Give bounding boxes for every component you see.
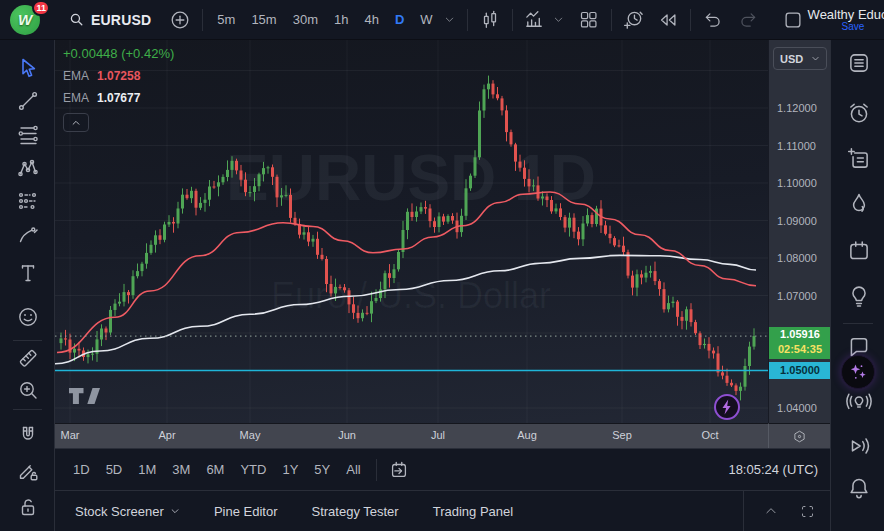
timeframe-dropdown-button[interactable]: [440, 5, 460, 35]
range-5y[interactable]: 5Y: [308, 458, 336, 481]
panel-maximize-button[interactable]: [794, 498, 820, 524]
ideas-button[interactable]: [844, 281, 874, 311]
currency-selector[interactable]: USD: [773, 47, 827, 70]
indicators-button[interactable]: [520, 5, 550, 35]
emoji-tool-button[interactable]: [13, 302, 43, 332]
range-1d[interactable]: 1D: [67, 458, 96, 481]
magnet-icon: [16, 423, 40, 447]
range-buttons: 1D5D1M3M6MYTD1Y5YAll: [65, 458, 369, 481]
svg-text:Euro / U.S. Dollar: Euro / U.S. Dollar: [271, 275, 551, 316]
gear-icon: [792, 429, 807, 444]
indicators-icon: [523, 8, 546, 31]
cursor-tool-button[interactable]: [13, 53, 43, 83]
timeframe-4h[interactable]: 4h: [357, 8, 385, 31]
watchlist-button[interactable]: [844, 48, 874, 78]
range-1y[interactable]: 1Y: [276, 458, 304, 481]
cursor-icon: [16, 56, 40, 80]
undo-button[interactable]: [698, 5, 728, 35]
flash-boost-button[interactable]: [712, 392, 742, 423]
range-1m[interactable]: 1M: [132, 458, 162, 481]
layout-grid-button[interactable]: [574, 5, 604, 35]
bell-icon: [846, 475, 872, 501]
calendar-button[interactable]: [844, 236, 874, 266]
maximize-dashed-icon: [800, 504, 815, 519]
top-toolbar: W 11 EURUSD 5m15m30m1h4hDW: [0, 0, 884, 40]
timeframe-5m[interactable]: 5m: [210, 8, 242, 31]
indicator-row-ema-slow[interactable]: EMA1.07677: [63, 91, 174, 105]
forecast-tool-button[interactable]: [13, 186, 43, 216]
panel-tab-pine-editor[interactable]: Pine Editor: [204, 498, 288, 525]
zoom-in-tool-button[interactable]: [13, 375, 43, 405]
measure-tool-button[interactable]: [13, 343, 43, 373]
timeframe-d[interactable]: D: [388, 8, 411, 31]
alarm-clock-plus-icon: [622, 8, 645, 31]
range-5d[interactable]: 5D: [100, 458, 129, 481]
ideas-journal-button[interactable]: [844, 144, 874, 174]
brush-icon: [16, 223, 40, 247]
legend-collapse-button[interactable]: [63, 113, 89, 132]
bottom-range-bar: 1D5D1M3M6MYTD1Y5YAll 18:05:24 (UTC): [55, 448, 830, 490]
indicators-dropdown-button[interactable]: [550, 5, 568, 35]
lightbulb-icon: [846, 283, 872, 309]
range-3m[interactable]: 3M: [166, 458, 196, 481]
live-ideas-button[interactable]: [844, 386, 874, 416]
text-tool-button[interactable]: [13, 258, 43, 288]
go-to-date-button[interactable]: [384, 455, 414, 485]
sidebar-divider: [843, 323, 873, 324]
lock-all-drawings-button[interactable]: [13, 492, 43, 522]
symbol-search[interactable]: EURUSD: [60, 7, 159, 32]
bar-replay-button[interactable]: [653, 5, 683, 35]
session-clock[interactable]: 18:05:24 (UTC): [728, 462, 820, 477]
timeframe-w[interactable]: W: [413, 8, 439, 31]
trend-line-icon: [16, 89, 40, 113]
alerts-button[interactable]: [844, 98, 874, 128]
xabcd-pattern-tool-button[interactable]: [13, 153, 43, 183]
time-axis-label: Mar: [55, 429, 85, 441]
hotlists-button[interactable]: [844, 189, 874, 219]
chart-style-button[interactable]: [475, 5, 505, 35]
divider: [376, 459, 377, 481]
price-scale[interactable]: USD 1.05916 02:54:35 1.05000 1.120001.11…: [768, 40, 830, 423]
grid-layout-icon: [578, 9, 599, 30]
streams-button[interactable]: [844, 431, 874, 461]
axis-settings-cell[interactable]: [768, 423, 830, 448]
chart-pane[interactable]: EURUSD 1DEuro / U.S. Dollar +0.00448 (+0…: [55, 40, 768, 423]
account-block: Wealthy Educ... Save: [808, 7, 884, 32]
save-link[interactable]: Save: [842, 21, 865, 32]
last-price-badge: 1.05916 02:54:35: [769, 327, 831, 359]
panel-tab-strategy-tester[interactable]: Strategy Tester: [301, 498, 408, 525]
range-ytd[interactable]: YTD: [234, 458, 272, 481]
account-name[interactable]: Wealthy Educ...: [808, 7, 884, 22]
range-6m[interactable]: 6M: [200, 458, 230, 481]
compare-add-button[interactable]: [165, 5, 195, 35]
fib-retracement-tool-button[interactable]: [13, 120, 43, 150]
brush-tool-button[interactable]: [13, 220, 43, 250]
toolbar-divider: [13, 409, 42, 410]
bar-countdown: 02:54:35: [769, 342, 831, 357]
ai-assistant-button[interactable]: [841, 355, 875, 389]
save-layout-box-button[interactable]: [778, 5, 808, 35]
panel-expand-button[interactable]: [758, 498, 784, 524]
indicator-row-ema-fast[interactable]: EMA1.07258: [63, 69, 174, 83]
chevron-down-icon: [444, 14, 455, 25]
time-axis-label: Oct: [695, 429, 725, 441]
notifications-button[interactable]: [844, 473, 874, 503]
panel-tab-trading-panel[interactable]: Trading Panel: [423, 498, 523, 525]
panel-tab-stock-screener[interactable]: Stock Screener: [65, 498, 190, 525]
account-logo[interactable]: W 11: [8, 3, 50, 37]
smiley-icon: [16, 305, 40, 329]
trend-line-tool-button[interactable]: [13, 86, 43, 116]
price-tick-label: 1.09000: [777, 215, 817, 227]
timeframe-30m[interactable]: 30m: [286, 8, 325, 31]
time-axis[interactable]: MarAprMayJunJulAugSepOct: [55, 423, 768, 448]
magnet-mode-button[interactable]: [13, 420, 43, 450]
range-all[interactable]: All: [340, 458, 366, 481]
create-alert-button[interactable]: [619, 5, 649, 35]
timeframe-15m[interactable]: 15m: [244, 8, 283, 31]
redo-button[interactable]: [734, 5, 764, 35]
timeframe-1h[interactable]: 1h: [327, 8, 355, 31]
horizontal-line-price-badge: 1.05000: [769, 362, 831, 379]
drawing-mode-lock-button[interactable]: [13, 456, 43, 486]
tradingview-logo[interactable]: [67, 383, 103, 413]
alarm-clock-icon: [846, 100, 872, 126]
